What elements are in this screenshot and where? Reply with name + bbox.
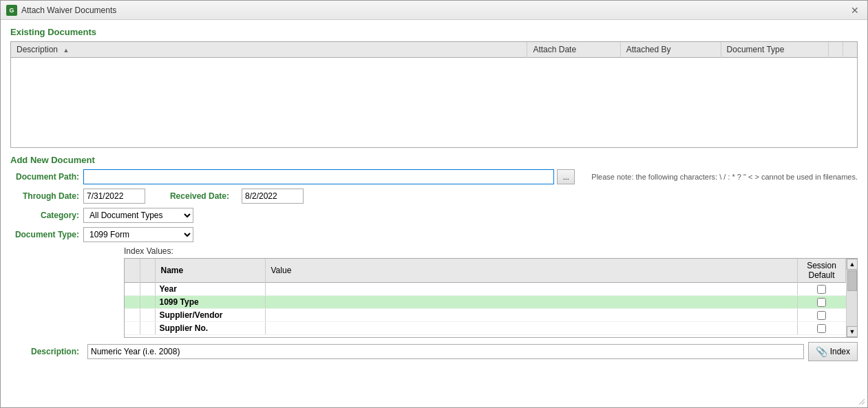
index-col-header-1 xyxy=(125,259,140,283)
add-new-document-section: Add New Document Document Path: ... Plea… xyxy=(10,155,858,400)
existing-documents-section: Existing Documents Description ▲ Attach … xyxy=(10,27,858,148)
col-header-attached-by: Attached By xyxy=(620,42,721,58)
document-path-input[interactable] xyxy=(83,169,554,184)
index-col-header-value: Value xyxy=(265,259,798,283)
sort-arrow-desc: ▲ xyxy=(63,47,69,54)
index-supplier-no-input[interactable] xyxy=(270,323,794,333)
index-table-body: Year xyxy=(125,283,846,335)
index-col-header-session: SessionDefault xyxy=(798,259,846,283)
index-row-1099type-col2 xyxy=(140,296,155,309)
index-row-1099type-value[interactable] xyxy=(265,296,798,309)
document-type-select[interactable]: 1099 Form Contract Invoice Receipt xyxy=(83,227,193,242)
index-col-header-name: Name xyxy=(155,259,265,283)
index-sv-checkbox-container xyxy=(802,311,842,320)
index-row-supplier-vendor: Supplier/Vendor xyxy=(125,309,846,322)
received-date-input[interactable] xyxy=(242,189,304,204)
index-button-label: Index xyxy=(830,347,850,356)
index-1099type-checkbox-container xyxy=(802,298,842,307)
col-header-extra1 xyxy=(828,42,843,58)
description-label: Description: xyxy=(10,347,79,356)
index-row-sn-col2 xyxy=(140,322,155,335)
col-header-extra2 xyxy=(843,42,857,58)
index-row-sv-name: Supplier/Vendor xyxy=(155,309,265,322)
category-label: Category: xyxy=(10,211,79,220)
index-row-year: Year xyxy=(125,283,846,296)
attach-waiver-dialog: G Attach Waiver Documents ✕ Existing Doc… xyxy=(0,0,868,408)
index-row-sv-col1 xyxy=(125,309,140,322)
through-date-input[interactable] xyxy=(83,189,145,204)
existing-docs-title: Existing Documents xyxy=(10,27,858,37)
index-row-1099type-col1 xyxy=(125,296,140,309)
index-table: Name Value SessionDefault Y xyxy=(125,259,846,335)
index-1099type-checkbox[interactable] xyxy=(817,298,826,307)
document-type-row: Document Type: 1099 Form Contract Invoic… xyxy=(10,227,858,242)
bottom-row: Description: 📎 Index xyxy=(10,342,858,361)
index-row-year-session xyxy=(798,283,846,296)
col-header-description: Description ▲ xyxy=(11,42,527,58)
index-sn-checkbox-container xyxy=(802,324,842,333)
through-date-label: Through Date: xyxy=(10,191,79,201)
index-row-sn-col1 xyxy=(125,322,140,335)
through-date-container: Received Date: xyxy=(83,189,858,204)
index-row-sv-value[interactable] xyxy=(265,309,798,322)
dialog-body: Existing Documents Description ▲ Attach … xyxy=(1,20,867,407)
browse-button[interactable]: ... xyxy=(557,169,575,184)
index-button[interactable]: 📎 Index xyxy=(808,342,858,361)
index-table-scroll[interactable]: Name Value SessionDefault Y xyxy=(125,259,846,337)
existing-docs-table-container: Description ▲ Attach Date Attached By Do… xyxy=(10,41,858,148)
index-col-header-2 xyxy=(140,259,155,283)
index-row-sn-name: Supplier No. xyxy=(155,322,265,335)
index-row-year-name: Year xyxy=(155,283,265,296)
col-header-document-type: Document Type xyxy=(721,42,828,58)
resize-handle[interactable] xyxy=(858,398,866,406)
title-bar: G Attach Waiver Documents ✕ xyxy=(1,1,867,20)
scroll-track xyxy=(847,270,857,326)
index-row-supplier-no: Supplier No. xyxy=(125,322,846,335)
received-date-label: Received Date: xyxy=(154,191,229,201)
scroll-thumb[interactable] xyxy=(847,270,857,291)
index-values-label: Index Values: xyxy=(124,246,858,256)
document-path-row: Document Path: ... Please note: the foll… xyxy=(10,169,858,184)
index-values-section: Index Values: Name Value SessionDefault xyxy=(124,246,858,338)
doc-path-container: ... Please note: the following character… xyxy=(83,169,858,184)
index-row-year-col1 xyxy=(125,283,140,296)
index-1099type-input[interactable] xyxy=(270,297,794,307)
col-header-attach-date: Attach Date xyxy=(527,42,620,58)
index-row-sn-value[interactable] xyxy=(265,322,798,335)
close-button[interactable]: ✕ xyxy=(848,3,862,17)
index-year-checkbox-container xyxy=(802,285,842,294)
index-row-sv-col2 xyxy=(140,309,155,322)
index-year-checkbox[interactable] xyxy=(817,285,826,294)
index-scrollbar[interactable]: ▲ ▼ xyxy=(846,259,857,337)
app-icon: G xyxy=(6,5,17,16)
index-sv-checkbox[interactable] xyxy=(817,311,826,320)
paperclip-icon: 📎 xyxy=(816,346,827,357)
index-table-wrapper: Name Value SessionDefault Y xyxy=(124,258,858,338)
index-row-1099type-name: 1099 Type xyxy=(155,296,265,309)
index-year-input[interactable] xyxy=(270,284,794,294)
dates-row: Through Date: Received Date: xyxy=(10,189,858,204)
category-row: Category: All Document Types Contract In… xyxy=(10,208,858,223)
title-bar-left: G Attach Waiver Documents xyxy=(6,5,116,16)
existing-docs-table: Description ▲ Attach Date Attached By Do… xyxy=(11,42,857,58)
document-path-label: Document Path: xyxy=(10,172,79,182)
index-row-year-col2 xyxy=(140,283,155,296)
description-input[interactable] xyxy=(87,344,804,359)
index-sn-checkbox[interactable] xyxy=(817,324,826,333)
index-row-1099type-session xyxy=(798,296,846,309)
scroll-up-arrow[interactable]: ▲ xyxy=(847,259,858,270)
document-type-label: Document Type: xyxy=(10,230,79,239)
dialog-title: Attach Waiver Documents xyxy=(21,6,116,15)
note-text: Please note: the following characters: \… xyxy=(591,173,858,181)
scroll-down-arrow[interactable]: ▼ xyxy=(847,326,858,337)
index-row-sv-session xyxy=(798,309,846,322)
index-row-1099type: 1099 Type xyxy=(125,296,846,309)
index-row-sn-session xyxy=(798,322,846,335)
index-supplier-vendor-input[interactable] xyxy=(270,310,794,320)
category-select[interactable]: All Document Types Contract Invoice Tax xyxy=(83,208,193,223)
index-row-year-value[interactable] xyxy=(265,283,798,296)
add-new-title: Add New Document xyxy=(10,155,858,165)
